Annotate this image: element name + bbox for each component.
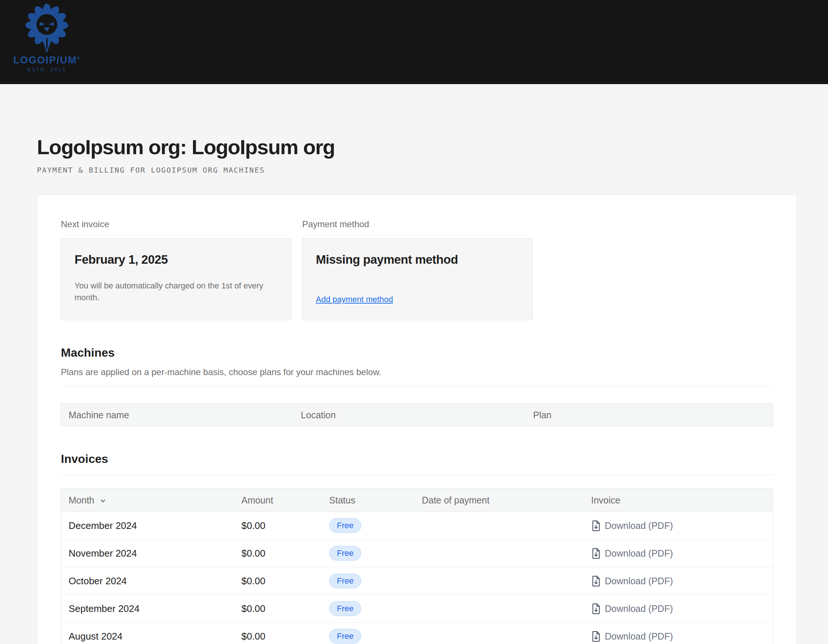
logo: LOGOIP/UM® ESTD. 2019 xyxy=(7,4,86,72)
table-row: October 2024 $0.00 Free Download (PDF) xyxy=(61,567,773,595)
download-pdf-label: Download (PDF) xyxy=(605,520,673,531)
machines-table-header: Machine name Location Plan xyxy=(61,404,773,426)
invoice-amount: $0.00 xyxy=(242,520,329,531)
table-row: November 2024 $0.00 Free Download (PDF) xyxy=(61,539,773,567)
next-invoice-card: February 1, 2025 You will be automatical… xyxy=(61,238,291,320)
page-subtitle: PAYMENT & BILLING FOR LOGOIPSUM ORG MACH… xyxy=(37,166,797,174)
machines-col-plan: Plan xyxy=(533,410,765,420)
payment-method-label: Payment method xyxy=(302,219,532,229)
document-download-icon xyxy=(591,520,601,531)
registered-mark: ® xyxy=(77,56,80,61)
logo-wordmark: LOGOIP/UM® xyxy=(13,55,80,65)
status-badge: Free xyxy=(329,518,361,533)
download-pdf-label: Download (PDF) xyxy=(605,576,673,586)
add-payment-method-link[interactable]: Add payment method xyxy=(316,295,393,304)
document-download-icon xyxy=(591,631,601,642)
top-banner: LOGOIP/UM® ESTD. 2019 xyxy=(0,0,828,84)
invoice-amount: $0.00 xyxy=(242,575,329,587)
invoices-title: Invoices xyxy=(61,452,773,466)
next-invoice-label: Next invoice xyxy=(61,219,291,229)
amount-column-header: Amount xyxy=(242,495,329,506)
month-column-header[interactable]: Month xyxy=(69,495,242,506)
download-pdf-label: Download (PDF) xyxy=(605,631,673,642)
download-pdf-link[interactable]: Download (PDF) xyxy=(591,548,765,559)
download-pdf-label: Download (PDF) xyxy=(605,548,673,559)
invoice-amount: $0.00 xyxy=(242,603,329,614)
billing-panel: Next invoice February 1, 2025 You will b… xyxy=(37,194,797,644)
download-pdf-link[interactable]: Download (PDF) xyxy=(591,631,765,642)
machines-col-name: Machine name xyxy=(69,410,301,420)
invoice-amount: $0.00 xyxy=(242,548,329,559)
download-pdf-link[interactable]: Download (PDF) xyxy=(591,520,765,531)
status-column-header: Status xyxy=(329,495,422,506)
machines-title: Machines xyxy=(61,346,773,360)
invoice-month: August 2024 xyxy=(69,631,242,642)
download-pdf-link[interactable]: Download (PDF) xyxy=(591,603,765,614)
chevron-down-icon xyxy=(99,497,107,505)
invoice-month: September 2024 xyxy=(69,603,242,614)
table-row: September 2024 $0.00 Free Download (PDF) xyxy=(61,595,773,622)
invoice-month: December 2024 xyxy=(69,520,242,531)
invoice-month: October 2024 xyxy=(69,575,242,587)
next-invoice-date: February 1, 2025 xyxy=(75,253,278,267)
missing-payment-title: Missing payment method xyxy=(316,253,519,267)
logo-estd: ESTD. 2019 xyxy=(27,67,66,72)
status-badge: Free xyxy=(329,546,361,561)
payment-method-card: Missing payment method Add payment metho… xyxy=(302,238,532,320)
machines-divider xyxy=(61,386,773,387)
machines-col-location: Location xyxy=(301,410,533,420)
document-download-icon xyxy=(591,575,601,587)
invoice-column-header: Invoice xyxy=(591,495,765,506)
month-column-label: Month xyxy=(69,495,94,506)
invoice-amount: $0.00 xyxy=(242,631,329,642)
invoice-month: November 2024 xyxy=(69,548,242,559)
status-badge: Free xyxy=(329,601,361,616)
page-title: LogoIpsum org: LogoIpsum org xyxy=(37,135,797,159)
status-badge: Free xyxy=(329,573,361,588)
next-invoice-description: You will be automatically charged on the… xyxy=(75,280,267,304)
table-row: August 2024 $0.00 Free Download (PDF) xyxy=(61,622,773,644)
invoices-divider xyxy=(61,475,773,475)
document-download-icon xyxy=(591,603,601,614)
next-invoice-group: Next invoice February 1, 2025 You will b… xyxy=(61,219,291,320)
status-badge: Free xyxy=(329,629,361,644)
download-pdf-label: Download (PDF) xyxy=(605,603,673,614)
date-column-header: Date of payment xyxy=(422,495,591,506)
payment-method-group: Payment method Missing payment method Ad… xyxy=(302,219,532,320)
invoices-table-header: Month Amount Status Date of payment Invo… xyxy=(61,489,773,512)
invoices-table: Month Amount Status Date of payment Invo… xyxy=(61,488,773,644)
lion-logo-icon xyxy=(25,4,69,55)
machines-description: Plans are applied on a per-machine basis… xyxy=(61,367,773,377)
table-row: December 2024 $0.00 Free Download (PDF) xyxy=(61,512,773,539)
document-download-icon xyxy=(591,548,601,559)
download-pdf-link[interactable]: Download (PDF) xyxy=(591,575,765,587)
